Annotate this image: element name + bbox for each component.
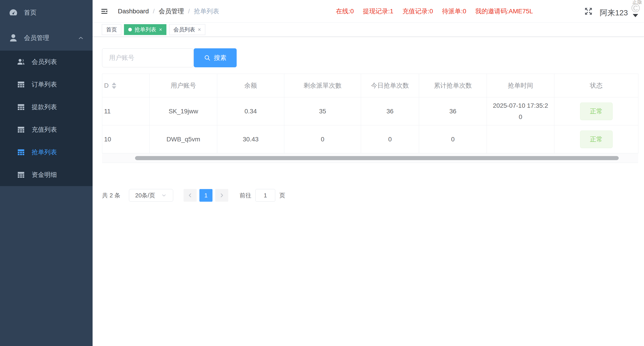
header-status: 状态 [554,74,638,97]
cell-today: 36 [361,97,419,125]
tab-label: 抢单列表 [134,26,156,33]
sidebar-submenu: 会员列表 订单列表 提款列表 充值列表 抢单列表 [0,50,92,186]
page-size-value: 20条/页 [135,192,155,200]
stat-online: 在线:0 [336,7,354,16]
breadcrumb-separator: / [153,8,155,15]
sidebar-item-order-list[interactable]: 订单列表 [0,73,92,96]
table-icon [17,103,25,111]
tab-grab-order-list[interactable]: 抢单列表 × [124,24,166,35]
cell-status: 正常 [554,125,638,153]
dashboard-icon [8,8,18,18]
header-remaining-dispatch: 剩余派單次數 [284,74,361,97]
scrollbar-thumb[interactable] [135,156,619,160]
pagination: 共 2 条 20条/页 1 前往 页 [102,189,644,202]
cell-id: 10 [102,125,150,153]
hamburger-icon[interactable] [101,8,108,15]
header-account: 用户账号 [150,74,217,97]
cell-balance: 30.43 [217,125,284,153]
sidebar-item-funds-detail[interactable]: 资金明细 [0,164,92,186]
sidebar-item-label: 首页 [24,8,36,17]
sidebar-item-withdraw-list[interactable]: 提款列表 [0,96,92,118]
stat-pending-dispatch: 待派单:0 [442,7,466,16]
page-content: 搜素 D 用户账号 余额 剩余派單次數 今日 [92,36,644,202]
table-icon [17,148,25,156]
cell-id: 11 [102,97,150,125]
sidebar-item-home[interactable]: 首页 [0,0,92,25]
cell-account: SK_19jww [150,97,217,125]
cell-remaining: 35 [284,97,361,125]
data-table: D 用户账号 余额 剩余派單次數 今日抢单次数 累计抢单次数 抢单时间 状态 1… [102,74,638,163]
goto-page: 前往 页 [240,189,285,202]
page-size-select[interactable]: 20条/页 [129,189,173,202]
search-icon [204,54,211,61]
chevron-down-icon [161,192,167,198]
page-number-current[interactable]: 1 [200,189,212,202]
status-badge[interactable]: 正常 [580,130,612,148]
header-balance: 余额 [217,74,284,97]
username: 阿来123 [600,8,628,18]
chevron-left-icon [187,192,193,198]
tab-label: 首页 [106,26,117,33]
goto-unit: 页 [279,192,285,200]
search-input[interactable] [102,48,193,67]
tags-view-bar: 首页 抢单列表 × 会员列表 × [92,22,644,36]
header-today-grabs: 今日抢单次数 [361,74,419,97]
cell-account: DWB_q5vm [150,125,217,153]
navbar-right: 在线:0 提现记录:1 充值记录:0 待派单:0 我的邀请码:AME75L 阿来… [336,0,644,22]
close-icon[interactable]: × [198,27,201,32]
cell-balance: 0.34 [217,97,284,125]
sidebar-item-recharge-list[interactable]: 充值列表 [0,118,92,141]
sidebar-item-label: 订单列表 [32,80,57,89]
tab-member-list[interactable]: 会员列表 × [169,24,205,35]
table-row: 10 DWB_q5vm 30.43 0 0 0 正常 [102,125,638,153]
breadcrumb-dashboard[interactable]: Dashboard [118,8,149,15]
sidebar-item-member-management[interactable]: 会员管理 [0,25,92,50]
total-count: 共 2 条 [102,192,120,200]
tab-label: 会员列表 [174,26,195,33]
status-badge[interactable]: 正常 [580,102,612,120]
cell-remaining: 0 [284,125,361,153]
header-id[interactable]: D [102,74,150,97]
goto-page-input[interactable] [256,189,275,202]
caret-down-icon [633,14,638,17]
tab-home[interactable]: 首页 [102,24,121,35]
breadcrumb: Dashboard / 会员管理 / 抢单列表 [118,7,219,16]
users-icon [17,58,25,66]
search-button[interactable]: 搜素 [194,48,237,67]
sidebar-item-label: 提款列表 [32,103,57,111]
breadcrumb-separator: / [188,8,190,15]
table-icon [17,80,25,89]
goto-label: 前往 [240,192,251,200]
cell-today: 0 [361,125,419,153]
cell-total: 36 [419,97,487,125]
breadcrumb-member-management[interactable]: 会员管理 [159,7,184,16]
fullscreen-icon[interactable] [584,7,593,16]
chevron-right-icon [218,192,225,198]
cell-grab-time: 2025-07-10 17:35:20 [487,97,554,125]
sidebar: 首页 会员管理 会员列表 订单列表 提款列表 [0,0,92,346]
cell-total: 0 [419,125,487,153]
active-dot-icon [128,28,132,32]
header-grab-time: 抢单时间 [487,74,554,97]
sidebar-item-label: 抢单列表 [32,148,57,156]
table-header-row: D 用户账号 余额 剩余派單次數 今日抢单次数 累计抢单次数 抢单时间 状态 [102,74,638,97]
sidebar-item-label: 会员列表 [32,58,57,66]
main-area: 正版 Dashboard / 会员管理 / 抢单列表 在线:0 提现记录:1 充… [92,0,644,346]
header-total-grabs: 累计抢单次数 [419,74,487,97]
prev-page-button[interactable] [184,189,197,202]
chevron-up-icon [77,34,84,42]
sort-carets-icon[interactable] [112,82,116,89]
horizontal-scrollbar [102,153,638,163]
navbar: Dashboard / 会员管理 / 抢单列表 在线:0 提现记录:1 充值记录… [92,0,644,22]
table-icon [17,170,25,179]
table-row: 11 SK_19jww 0.34 35 36 36 2025-07-10 17:… [102,97,638,125]
cell-grab-time [487,125,554,153]
breadcrumb-current: 抢单列表 [194,7,219,16]
search-button-label: 搜素 [214,54,226,62]
next-page-button[interactable] [215,189,228,202]
stat-recharge-records: 充值记录:0 [402,7,433,16]
sidebar-item-grab-order-list[interactable]: 抢单列表 [0,141,92,164]
close-icon[interactable]: × [159,27,162,32]
sidebar-item-member-list[interactable]: 会员列表 [0,50,92,73]
user-icon [8,33,18,43]
